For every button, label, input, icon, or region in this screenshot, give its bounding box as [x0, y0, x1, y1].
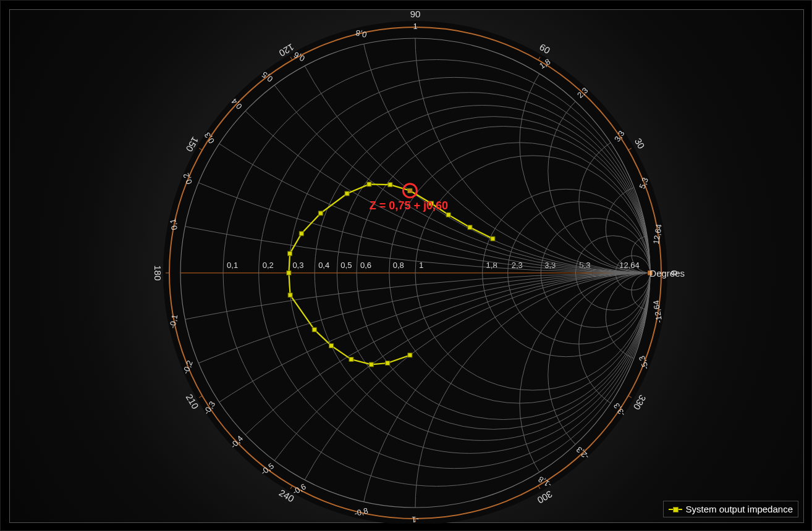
- svg-rect-116: [288, 251, 292, 256]
- svg-rect-114: [288, 293, 292, 297]
- svg-rect-113: [312, 327, 316, 332]
- svg-text:0,3: 0,3: [292, 261, 303, 270]
- svg-rect-120: [367, 182, 371, 186]
- svg-rect-111: [349, 357, 353, 362]
- svg-rect-125: [468, 225, 472, 230]
- annotation-text: Z = 0,75 + j0,60: [370, 199, 448, 212]
- svg-text:0,1: 0,1: [227, 261, 238, 270]
- svg-rect-109: [386, 361, 390, 366]
- svg-text:-1: -1: [412, 515, 419, 524]
- svg-rect-115: [287, 271, 291, 275]
- svg-text:0,2: 0,2: [263, 261, 274, 270]
- svg-rect-112: [329, 343, 334, 348]
- axis-title: Degrees: [649, 268, 685, 278]
- legend-label: System output impedance: [686, 504, 793, 514]
- app-window: 03060901201501802102402703003300,10,20,3…: [0, 0, 812, 531]
- svg-rect-110: [369, 362, 373, 367]
- svg-text:60: 60: [538, 41, 552, 56]
- svg-point-128: [408, 189, 412, 193]
- chart-panel: 03060901201501802102402703003300,10,20,3…: [9, 9, 804, 523]
- legend-swatch-icon: [669, 509, 682, 510]
- svg-text:0,8: 0,8: [393, 261, 404, 270]
- svg-text:30: 30: [633, 136, 647, 151]
- svg-text:0,5: 0,5: [340, 261, 352, 270]
- svg-text:180: 180: [153, 265, 163, 280]
- smith-chart-svg: 03060901201501802102402703003300,10,20,3…: [10, 10, 805, 524]
- svg-rect-117: [299, 232, 303, 236]
- svg-text:1: 1: [413, 22, 417, 31]
- svg-text:12,64: 12,64: [619, 261, 640, 270]
- svg-text:0,6: 0,6: [360, 261, 371, 270]
- svg-rect-121: [388, 183, 392, 187]
- svg-rect-118: [318, 211, 323, 215]
- svg-rect-119: [345, 191, 349, 196]
- svg-rect-108: [408, 353, 412, 357]
- svg-text:0,4: 0,4: [318, 261, 329, 270]
- svg-rect-126: [491, 236, 495, 241]
- svg-rect-124: [446, 212, 450, 217]
- svg-text:90: 90: [410, 10, 421, 19]
- legend[interactable]: System output impedance: [663, 501, 798, 517]
